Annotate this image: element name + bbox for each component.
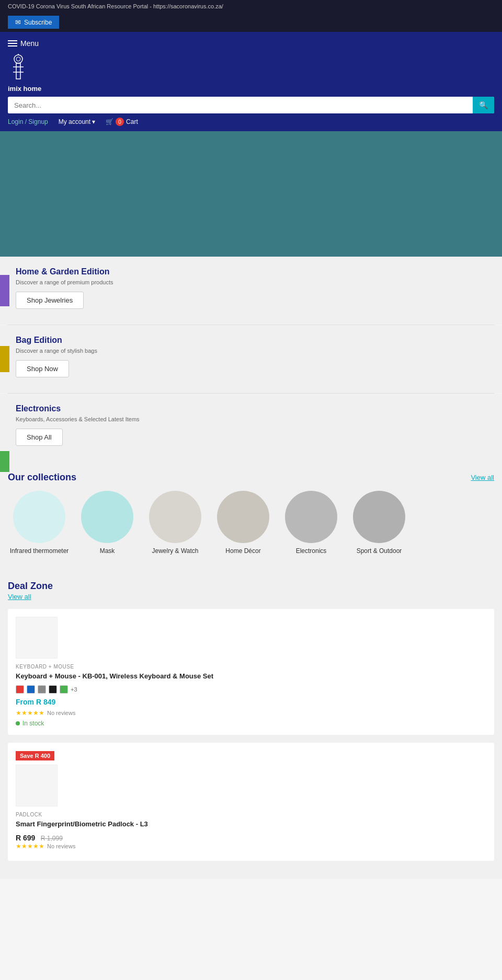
save-badge: Save R 400: [16, 751, 54, 760]
collection-circle: [285, 491, 337, 543]
star-icons: ★★★★★: [16, 709, 44, 717]
color-swatches: +3: [16, 685, 486, 694]
green-accent-bar: [0, 451, 9, 472]
collections-header: Our collections View all: [8, 472, 494, 483]
collection-item[interactable]: Sport & Outdoor: [348, 491, 410, 555]
cart-icon: 🛒: [106, 118, 113, 125]
color-swatch[interactable]: [38, 685, 46, 694]
deal-header: Deal Zone View all: [8, 581, 494, 601]
products-container: KEYBOARD + MOUSEKeyboard + Mouse - KB-00…: [8, 609, 494, 861]
collection-label: Mask: [100, 547, 115, 555]
color-swatch[interactable]: [27, 685, 35, 694]
deal-view-all[interactable]: View all: [8, 593, 31, 601]
search-input[interactable]: [8, 97, 473, 113]
swatch-more: +3: [71, 686, 77, 693]
bag-title: Bag Edition: [16, 336, 492, 345]
price-sale: R 699: [16, 834, 35, 842]
login-link[interactable]: Login / Signup: [8, 118, 48, 125]
product-category: PADLOCK: [16, 812, 486, 817]
review-count: No reviews: [47, 843, 75, 849]
deal-title: Deal Zone: [8, 581, 494, 592]
color-swatch[interactable]: [49, 685, 57, 694]
bag-subtitle: Discover a range of stylish bags: [16, 348, 492, 354]
electronics-title: Electronics: [16, 404, 492, 413]
color-swatch[interactable]: [16, 685, 24, 694]
collection-circle: [13, 491, 65, 543]
collections-section: Our collections View all Infrared thermo…: [0, 462, 502, 570]
cart-count: 0: [116, 118, 124, 126]
color-swatch[interactable]: [60, 685, 68, 694]
collection-label: Home Décor: [225, 547, 260, 555]
product-name[interactable]: Smart Fingerprint/Biometric Padlock - L3: [16, 820, 486, 829]
subscribe-button[interactable]: Subscribe: [8, 16, 59, 29]
collection-item[interactable]: Mask: [76, 491, 139, 555]
gold-accent-bar: [0, 346, 9, 372]
product-card: KEYBOARD + MOUSEKeyboard + Mouse - KB-00…: [8, 609, 494, 735]
price-original: R 1,099: [41, 835, 63, 842]
collection-item[interactable]: Electronics: [280, 491, 343, 555]
header-nav: Login / Signup My account ▾ 🛒 0 Cart: [8, 118, 494, 126]
collection-label: Electronics: [296, 547, 327, 555]
svg-point-1: [16, 57, 20, 61]
svg-point-0: [14, 55, 22, 63]
shop-jewelries-button[interactable]: Shop Jewelries: [16, 292, 84, 309]
search-bar: 🔍: [8, 97, 494, 113]
product-price: From R 849: [16, 698, 486, 706]
collections-title: Our collections: [8, 472, 76, 483]
logo-icon: [8, 54, 29, 83]
subscribe-bar: Subscribe: [0, 13, 502, 32]
deal-zone-section: Deal Zone View all KEYBOARD + MOUSEKeybo…: [0, 570, 502, 879]
svg-rect-3: [16, 63, 20, 79]
top-bar-text: COVID-19 Corona Virus South African Reso…: [8, 3, 223, 9]
collection-circle: [149, 491, 201, 543]
shop-now-button[interactable]: Shop Now: [16, 360, 69, 377]
cart-link[interactable]: 🛒 0 Cart: [106, 118, 138, 126]
collection-label: Infrared thermometer: [10, 547, 69, 555]
product-name[interactable]: Keyboard + Mouse - KB-001, Wireless Keyb…: [16, 672, 486, 681]
collection-item[interactable]: Jewelry & Watch: [144, 491, 207, 555]
in-stock-dot: [16, 721, 20, 725]
collection-item[interactable]: Infrared thermometer: [8, 491, 71, 555]
account-link[interactable]: My account ▾: [59, 118, 95, 125]
collections-grid: Infrared thermometerMaskJewelry & WatchH…: [8, 491, 494, 560]
hero-banner: [0, 131, 502, 257]
home-garden-section: Home & Garden Edition Discover a range o…: [0, 257, 502, 325]
collection-item[interactable]: Home Décor: [212, 491, 275, 555]
collection-circle: [217, 491, 269, 543]
collections-view-all[interactable]: View all: [471, 474, 494, 481]
top-bar: COVID-19 Corona Virus South African Reso…: [0, 0, 502, 13]
product-reviews: ★★★★★ No reviews: [16, 843, 486, 850]
product-image: [16, 765, 58, 806]
review-count: No reviews: [47, 710, 75, 716]
collection-label: Sport & Outdoor: [357, 547, 402, 555]
menu-label: Menu: [20, 39, 39, 48]
home-garden-subtitle: Discover a range of premium products: [16, 279, 492, 285]
purple-accent-bar: [0, 275, 9, 306]
electronics-subtitle: Keyboards, Accessories & Selected Latest…: [16, 416, 492, 422]
product-pricing: R 699 R 1,099: [16, 833, 486, 843]
electronics-section: Electronics Keyboards, Accessories & Sel…: [0, 394, 502, 462]
in-stock-label: In stock: [22, 720, 44, 727]
menu-button[interactable]: Menu: [8, 37, 39, 50]
product-category: KEYBOARD + MOUSE: [16, 664, 486, 670]
chevron-down-icon: ▾: [92, 118, 95, 125]
collection-label: Jewelry & Watch: [152, 547, 199, 555]
search-button[interactable]: 🔍: [473, 97, 494, 113]
logo-text: imix home: [8, 85, 41, 93]
hamburger-icon: [8, 40, 17, 47]
collection-circle: [353, 491, 405, 543]
product-reviews: ★★★★★ No reviews: [16, 709, 486, 717]
product-image: [16, 617, 58, 659]
shop-all-button[interactable]: Shop All: [16, 429, 63, 446]
home-garden-title: Home & Garden Edition: [16, 267, 492, 276]
logo-area: imix home: [8, 54, 494, 93]
bag-section: Bag Edition Discover a range of stylish …: [0, 325, 502, 393]
product-card: Save R 400PADLOCKSmart Fingerprint/Biome…: [8, 743, 494, 861]
collection-circle: [81, 491, 133, 543]
star-icons: ★★★★★: [16, 843, 44, 850]
stock-status: In stock: [16, 720, 486, 727]
site-header: Menu imix home 🔍 Login / Signup My accou…: [0, 32, 502, 131]
